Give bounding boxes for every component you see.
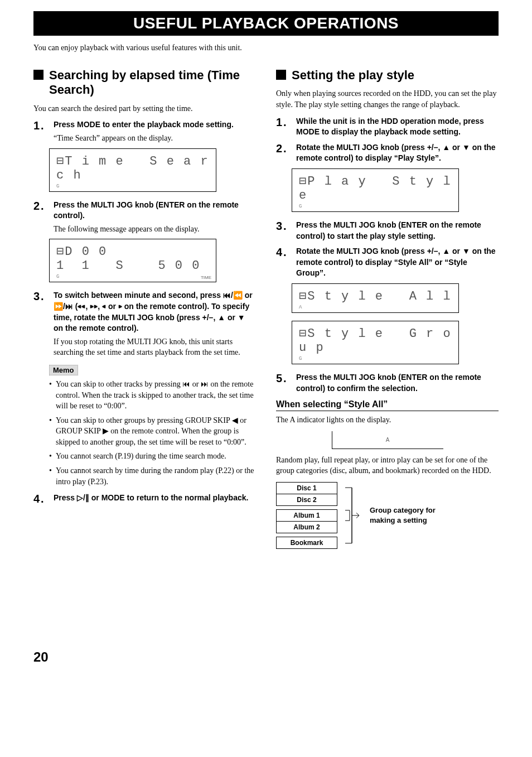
lcd-indicator: G xyxy=(299,356,302,361)
step-instruction: Press MODE to enter the playback mode se… xyxy=(54,119,256,131)
step-instruction: Rotate the MULTI JOG knob (press +/–, ▲ … xyxy=(296,142,499,164)
right-lead: Only when playing sources recorded on th… xyxy=(276,88,499,110)
step-number: 3. xyxy=(33,290,48,358)
right-heading-text: Setting the play style xyxy=(292,68,414,83)
memo-item: You can skip to other tracks by pressing… xyxy=(49,379,256,412)
a-indicator: A xyxy=(386,437,390,443)
group-box: Album 1 xyxy=(276,509,337,522)
lcd-text: ⊟S t y l e A l l xyxy=(299,288,452,303)
memo-item: You cannot search by time during the ran… xyxy=(49,465,256,487)
step-number: 4. xyxy=(33,493,48,505)
group-box: Disc 1 xyxy=(276,482,337,494)
right-step-2: 2. Rotate the MULTI JOG knob (press +/–,… xyxy=(276,142,499,164)
step-instruction: To switch between minute and second, pre… xyxy=(54,290,256,334)
group-box: Bookmark xyxy=(276,537,337,549)
bracket-connector-icon xyxy=(345,482,362,549)
step-number: 4. xyxy=(276,246,291,279)
lcd-time-label: TIME xyxy=(201,275,211,280)
left-step-2: 2. Press the MULTI JOG knob (ENTER on th… xyxy=(33,200,256,235)
step-instruction: Press ▷/‖ or MODE to return to the norma… xyxy=(54,493,256,504)
step-number: 5. xyxy=(276,372,291,394)
step-number: 1. xyxy=(33,119,48,143)
left-section-heading: Searching by elapsed time (Time Search) xyxy=(33,68,256,98)
lcd-display-style-group: ⊟S t y l e G r o u p G xyxy=(292,321,459,364)
left-step-4: 4. Press ▷/‖ or MODE to return to the no… xyxy=(33,493,256,505)
group-stack: Disc 1 Disc 2 Album 1 Album 2 Bookmark xyxy=(276,482,337,549)
group-caption: Group category for making a setting xyxy=(370,505,459,525)
black-square-icon xyxy=(276,70,286,80)
black-square-icon xyxy=(33,70,43,80)
left-step-1: 1. Press MODE to enter the playback mode… xyxy=(33,119,256,143)
step-number: 1. xyxy=(276,116,291,138)
group-box: Disc 2 xyxy=(276,494,337,506)
lcd-indicator: G xyxy=(56,184,59,189)
memo-label: Memo xyxy=(49,365,78,375)
left-column: Searching by elapsed time (Time Search) … xyxy=(33,68,256,549)
lcd-indicator: G xyxy=(299,204,302,209)
step-number: 2. xyxy=(33,200,48,235)
style-all-subheading: When selecting “Style All” xyxy=(276,399,499,411)
memo-item: You can skip to other groups by pressing… xyxy=(49,415,256,448)
page-banner: USEFUL PLAYBACK OPERATIONS xyxy=(33,11,499,36)
style-all-text-2: Random play, full repeat play, or intro … xyxy=(276,455,499,476)
lcd-display-time-search: ⊟T i m e S e a r c h G xyxy=(49,148,216,192)
page-number: 20 xyxy=(33,649,499,665)
step-number: 3. xyxy=(276,220,291,242)
lcd-display-d001: ⊟D 0 0 1 1 S 5 0 0 G TIME xyxy=(49,239,216,282)
step-note: The following message appears on the dis… xyxy=(54,224,256,235)
lcd-text: ⊟D 0 0 1 1 S 5 0 0 xyxy=(56,244,209,273)
right-column: Setting the play style Only when playing… xyxy=(276,68,499,549)
step-instruction: Press the MULTI JOG knob (ENTER on the r… xyxy=(54,200,256,221)
lcd-display-play-style: ⊟P l a y S t y l e G xyxy=(292,168,459,212)
memo-list: You can skip to other tracks by pressing… xyxy=(49,379,256,487)
step-instruction: While the unit is in the HDD operation m… xyxy=(296,116,499,138)
intro-text: You can enjoy playback with various usef… xyxy=(33,44,499,52)
lcd-display-style-all: ⊟S t y l e A l l A xyxy=(292,283,459,313)
lcd-text: ⊟S t y l e G r o u p xyxy=(299,326,452,355)
group-category-diagram: Disc 1 Disc 2 Album 1 Album 2 Bookmark G… xyxy=(276,482,499,549)
style-all-text: The A indicator lights on the display. xyxy=(276,414,499,426)
step-note: “Time Search” appears on the display. xyxy=(54,133,256,144)
group-box: Album 2 xyxy=(276,522,337,533)
step-instruction: Press the MULTI JOG knob (ENTER on the r… xyxy=(296,220,499,242)
right-step-3: 3. Press the MULTI JOG knob (ENTER on th… xyxy=(276,220,499,242)
lcd-indicator: G xyxy=(56,274,59,279)
lcd-text: ⊟P l a y S t y l e xyxy=(299,173,452,202)
lcd-indicator: A xyxy=(299,305,302,310)
right-step-1: 1. While the unit is in the HDD operatio… xyxy=(276,116,499,138)
left-step-3: 3. To switch between minute and second, … xyxy=(33,290,256,358)
step-instruction: Press the MULTI JOG knob (ENTER on the r… xyxy=(296,372,499,394)
lcd-text: ⊟T i m e S e a r c h xyxy=(56,153,209,182)
a-indicator-box: A xyxy=(332,431,443,449)
right-step-5: 5. Press the MULTI JOG knob (ENTER on th… xyxy=(276,372,499,394)
step-instruction: Rotate the MULTI JOG knob (press +/–, ▲ … xyxy=(296,246,499,279)
right-step-4: 4. Rotate the MULTI JOG knob (press +/–,… xyxy=(276,246,499,279)
memo-item: You cannot search (P.19) during the time… xyxy=(49,451,256,462)
step-number: 2. xyxy=(276,142,291,164)
two-column-layout: Searching by elapsed time (Time Search) … xyxy=(33,68,499,549)
right-section-heading: Setting the play style xyxy=(276,68,499,83)
left-lead: You can search the desired part by setti… xyxy=(33,103,256,114)
step-note: If you stop rotating the MULTI JOG knob,… xyxy=(54,336,256,358)
left-heading-text: Searching by elapsed time (Time Search) xyxy=(49,68,256,98)
